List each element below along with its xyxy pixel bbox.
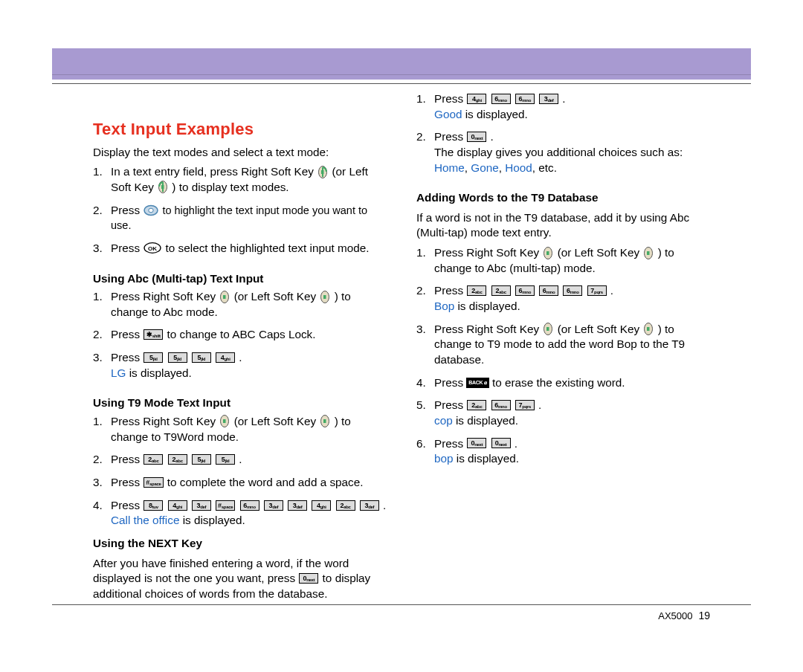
- step-number: 6.: [416, 436, 431, 452]
- step-number: 1.: [93, 289, 108, 305]
- result-text: Gone: [471, 161, 498, 174]
- list-item: 2. Press to highlight the text input mod…: [93, 203, 387, 233]
- page-number: 19: [698, 610, 710, 621]
- left-soft-key-icon: [320, 290, 330, 304]
- text: to select the highlighted text input mod…: [162, 242, 369, 254]
- key-3: 3def: [192, 500, 211, 511]
- text: Press: [111, 453, 143, 465]
- key-6: 6mno: [491, 400, 511, 410]
- key-3: 3def: [360, 500, 379, 511]
- text: Press: [434, 284, 466, 297]
- svg-rect-9: [223, 295, 226, 299]
- key-3: 3def: [264, 500, 283, 511]
- svg-rect-21: [546, 327, 549, 331]
- key-2: 2abc: [168, 454, 187, 465]
- header-bar: [52, 48, 751, 80]
- step-number: 2.: [416, 129, 431, 145]
- key-6: 6mno: [563, 285, 582, 296]
- step-number: 2.: [93, 452, 108, 468]
- svg-rect-19: [647, 251, 650, 255]
- text: Press: [111, 204, 143, 216]
- key-5: 5jkl: [192, 352, 211, 363]
- text: is displayed.: [179, 514, 245, 526]
- text: Press Right Soft Key: [434, 323, 542, 335]
- right-soft-key-icon: [317, 165, 328, 179]
- step-number: 1.: [416, 91, 431, 107]
- list-item: 6. Press 0next 0next . bop is displayed.: [416, 436, 710, 467]
- result-text: Call the office: [111, 514, 179, 526]
- step-number: 4.: [416, 375, 431, 391]
- key-5: 5jkl: [143, 352, 163, 363]
- svg-text:OK: OK: [148, 245, 157, 252]
- key-2: 2abc: [143, 454, 163, 465]
- step-number: 3.: [93, 350, 108, 366]
- subheading-adding: Adding Words to the T9 Database: [416, 190, 710, 206]
- svg-rect-11: [323, 295, 326, 299]
- next-intro: After you have finished entering a word,…: [93, 556, 387, 602]
- list-item: 1. Press Right Soft Key (or Left Soft Ke…: [416, 245, 710, 276]
- key-5: 5jkl: [192, 454, 211, 465]
- nav-key-icon: [143, 204, 158, 216]
- step-number: 2.: [93, 203, 108, 219]
- key-4: 4ghi: [312, 500, 331, 511]
- text: , etc.: [532, 161, 557, 174]
- key-7: 7pqrs: [515, 400, 535, 410]
- result-text: Home: [434, 161, 465, 174]
- text: .: [380, 499, 387, 511]
- key-5: 5jkl: [168, 352, 187, 363]
- text: (or Left Soft Key: [230, 290, 319, 303]
- result-text: Hood: [505, 161, 532, 174]
- text: to complete the word and add a space.: [164, 476, 364, 488]
- text: .: [236, 453, 242, 465]
- key-hash: #space: [216, 500, 235, 511]
- text: Press: [434, 130, 466, 143]
- list-item: 2. Press 0next . The display gives you a…: [416, 129, 710, 175]
- step-number: 1.: [416, 245, 431, 261]
- key-3: 3def: [288, 500, 307, 511]
- text: Press: [111, 351, 143, 364]
- list-item: 4. Press BACK ⌀ to erase the existing wo…: [416, 375, 710, 391]
- svg-point-5: [149, 208, 153, 213]
- text: Press: [434, 92, 466, 105]
- text: Press Right Soft Key: [111, 290, 219, 303]
- result-text: bop: [434, 452, 454, 465]
- result-text: LG: [111, 366, 126, 379]
- text: is displayed.: [454, 300, 520, 312]
- key-2: 2abc: [491, 285, 511, 296]
- adding-steps: 1. Press Right Soft Key (or Left Soft Ke…: [416, 245, 710, 467]
- text: Press Right Soft Key: [434, 246, 542, 259]
- text: Press: [111, 328, 143, 340]
- text: Press: [434, 437, 466, 450]
- text: Press: [434, 398, 466, 411]
- key-7: 7pqrs: [587, 285, 607, 296]
- step-number: 1.: [93, 164, 108, 180]
- key-2: 2abc: [336, 500, 355, 511]
- key-2: 2abc: [467, 400, 486, 410]
- key-4: 4ghi: [168, 500, 187, 511]
- list-item: 4. Press 8tuv 4ghi 3def #space 6mno 3def…: [93, 498, 387, 529]
- svg-rect-1: [321, 170, 324, 174]
- text: .: [487, 130, 494, 143]
- text: Press: [111, 242, 143, 254]
- left-soft-key-icon: [158, 180, 168, 194]
- svg-rect-3: [161, 185, 164, 189]
- key-hash: #space: [143, 477, 163, 488]
- key-6: 6mno: [539, 285, 558, 296]
- step-number: 3.: [93, 241, 108, 256]
- text: .: [559, 92, 566, 105]
- list-item: 3. Press OK to select the highlighted te…: [93, 241, 387, 256]
- content-columns: Text Input Examples Display the text mod…: [93, 91, 710, 627]
- text: is displayed.: [462, 108, 527, 120]
- text: .: [607, 284, 614, 297]
- step-number: 4.: [93, 498, 108, 514]
- text: .: [236, 351, 242, 364]
- text: .: [512, 437, 518, 450]
- text: is displayed.: [454, 452, 519, 465]
- key-4: 4ghi: [467, 94, 486, 104]
- text: The display gives you additional choices…: [434, 146, 683, 158]
- key-2: 2abc: [467, 285, 486, 296]
- text: to change to ABC Caps Lock.: [164, 328, 315, 340]
- t9-steps: 1. Press Right Soft Key (or Left Soft Ke…: [93, 414, 387, 529]
- text: Press: [111, 476, 143, 488]
- key-5: 5jkl: [216, 454, 235, 465]
